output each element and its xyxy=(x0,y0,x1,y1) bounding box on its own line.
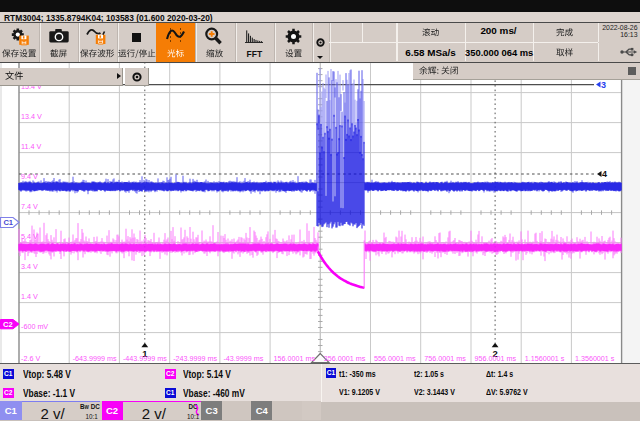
svg-text:956.0001 ms: 956.0001 ms xyxy=(475,354,517,363)
svg-text:-443.9999 ms: -443.9999 ms xyxy=(123,354,167,363)
svg-text:156.0001 ms: 156.0001 ms xyxy=(274,354,316,363)
svg-text:-643.9999 ms: -643.9999 ms xyxy=(73,354,117,363)
svg-text:C1: C1 xyxy=(3,218,13,227)
svg-text:356.0001 ms: 356.0001 ms xyxy=(324,354,366,363)
svg-text:11.4 V: 11.4 V xyxy=(21,142,41,151)
svg-text:-2.6 V: -2.6 V xyxy=(21,354,40,363)
svg-text:C2: C2 xyxy=(3,320,13,329)
svg-text:13.4 V: 13.4 V xyxy=(21,112,42,121)
svg-text:5.4 V: 5.4 V xyxy=(21,232,38,241)
svg-text:556.0001 ms: 556.0001 ms xyxy=(374,354,416,363)
svg-text:1.4 V: 1.4 V xyxy=(21,292,38,301)
svg-text:3.4 V: 3.4 V xyxy=(21,262,38,271)
svg-text:1.1560001 s: 1.1560001 s xyxy=(525,354,565,363)
svg-text:9.4 V: 9.4 V xyxy=(21,172,38,181)
svg-text:1.3560001 s: 1.3560001 s xyxy=(575,354,615,363)
svg-text:756.0001 ms: 756.0001 ms xyxy=(424,354,466,363)
svg-text:4: 4 xyxy=(602,169,607,179)
svg-text:-43.9999 ms: -43.9999 ms xyxy=(223,354,263,363)
svg-text:3: 3 xyxy=(601,80,606,90)
svg-text:7.4 V: 7.4 V xyxy=(21,202,38,211)
svg-text:-600 mV: -600 mV xyxy=(21,322,48,331)
svg-text:-243.9999 ms: -243.9999 ms xyxy=(173,354,217,363)
